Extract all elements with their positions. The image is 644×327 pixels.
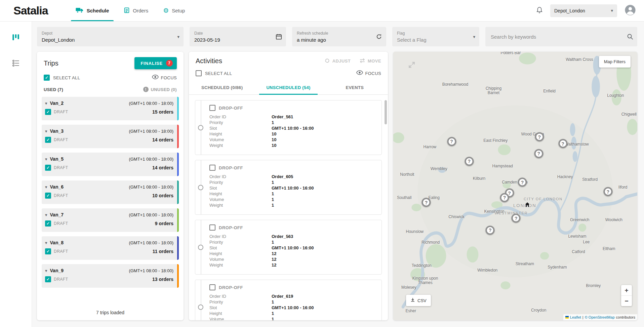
flag-filter[interactable]: Flag Select a Flag ▾	[392, 27, 479, 46]
trip-checkbox[interactable]	[45, 137, 51, 143]
trip-checkbox[interactable]	[45, 220, 51, 227]
refresh-schedule[interactable]: Refresh schedule a minute ago	[292, 27, 386, 46]
refresh-icon[interactable]	[376, 34, 382, 40]
activity-node[interactable]	[198, 185, 203, 190]
map-filters-button[interactable]: Map Filters	[599, 56, 631, 68]
activity-field-value: Order_561	[272, 114, 293, 120]
sidebar-item-trips-board[interactable]	[8, 30, 24, 46]
chevron-down-icon[interactable]: ▾	[45, 241, 47, 245]
activity-card[interactable]: DROP-OFF Order IDOrder_619Priority1SlotG…	[195, 280, 382, 320]
map-place-label: Ilford	[618, 185, 628, 190]
chevron-down-icon: ▾	[611, 8, 613, 13]
activity-node[interactable]	[198, 125, 203, 130]
chevron-down-icon[interactable]: ▾	[45, 213, 47, 217]
activity-node[interactable]	[198, 304, 203, 310]
activity-field-value: 1	[272, 179, 274, 185]
trip-orders-count: 15 orders	[152, 109, 173, 115]
scrollbar-thumb[interactable]	[385, 100, 387, 124]
tab-unscheduled[interactable]: UNSCHEDULED (54)	[255, 80, 321, 94]
osm-link[interactable]: © OpenStreetMap	[585, 315, 615, 319]
map-place-label: Lewisham	[568, 234, 586, 239]
map-question-marker[interactable]: ?	[558, 139, 567, 148]
trip-checkbox[interactable]	[45, 193, 51, 199]
map-question-marker[interactable]: ?	[534, 149, 543, 158]
search-input[interactable]	[490, 34, 626, 40]
sidebar-item-stops-list[interactable]	[8, 56, 24, 71]
date-filter[interactable]: Date 2023-05-19	[190, 27, 286, 46]
map-question-marker[interactable]: ?	[500, 193, 509, 202]
unused-trips[interactable]: ! UNUSED (0)	[143, 87, 177, 92]
leaflet-link[interactable]: Leaflet	[570, 315, 581, 319]
chevron-down-icon[interactable]: ▾	[45, 269, 47, 273]
map-question-marker[interactable]: ?	[535, 132, 544, 141]
notifications-bell-icon[interactable]	[536, 6, 543, 15]
map-question-marker[interactable]: ?	[447, 137, 456, 146]
activity-card[interactable]: DROP-OFF Order IDOrder_605Priority1SlotG…	[195, 160, 382, 215]
activity-checkbox[interactable]	[209, 224, 215, 231]
trip-card[interactable]: ▾ Van_5 (GMT+1 08:00 - 18:00) DRAFT 14 o…	[42, 153, 179, 176]
map-question-marker[interactable]: ?	[603, 187, 612, 196]
finalise-button[interactable]: FINALISE 7	[134, 57, 177, 69]
map-question-marker[interactable]: ?	[422, 198, 431, 207]
map-question-marker[interactable]: ?	[486, 226, 495, 235]
trip-card[interactable]: ▾ Van_9 (GMT+1 08:00 - 18:00) DRAFT 13 o…	[42, 264, 179, 288]
map-place-label: Walthamstow	[565, 142, 589, 147]
fullscreen-expand-icon[interactable]	[406, 59, 417, 71]
depot-filter[interactable]: Depot Depot_London ▾	[37, 27, 184, 46]
map-question-marker[interactable]: ?	[518, 178, 527, 187]
activity-checkbox[interactable]	[209, 165, 215, 171]
unused-trips-label: UNUSED (0)	[151, 87, 177, 92]
activity-card[interactable]: DROP-OFF Order IDOrder_563Priority1SlotG…	[195, 220, 382, 275]
depot-dropdown[interactable]: Depot_London ▾	[550, 4, 617, 17]
trips-focus-label: FOCUS	[161, 75, 177, 80]
csv-export-button[interactable]: CSV	[406, 295, 431, 306]
tab-setup[interactable]: ⚙ Setup	[156, 0, 192, 21]
map-question-marker[interactable]: ?	[512, 214, 521, 223]
activity-checkbox[interactable]	[209, 105, 215, 111]
map-place-label: Catford	[572, 249, 585, 254]
chevron-down-icon[interactable]: ▾	[45, 101, 47, 106]
zoom-in-button[interactable]: +	[621, 285, 632, 296]
trip-checkbox[interactable]	[45, 165, 51, 171]
chevron-down-icon[interactable]: ▾	[45, 157, 47, 161]
tab-events[interactable]: EVENTS	[322, 80, 388, 94]
trip-checkbox[interactable]	[45, 276, 51, 282]
tab-orders[interactable]: Orders	[116, 0, 156, 21]
trip-checkbox[interactable]	[45, 109, 51, 115]
trips-select-all[interactable]: SELECT ALL	[44, 75, 80, 81]
alert-icon: !	[143, 87, 149, 92]
trips-focus-toggle[interactable]: FOCUS	[152, 75, 177, 81]
trips-select-all-checkbox[interactable]	[44, 75, 50, 81]
search-field[interactable]	[485, 27, 637, 46]
tab-scheduled[interactable]: SCHEDULED (0/86)	[189, 80, 255, 94]
move-button[interactable]: MOVE	[359, 58, 381, 64]
map-question-marker[interactable]: ?	[465, 157, 474, 166]
account-avatar[interactable]	[625, 4, 636, 17]
trip-card[interactable]: ▾ Van_2 (GMT+1 08:00 - 18:00) DRAFT 15 o…	[42, 97, 179, 120]
activity-field-value: Order_619	[272, 293, 293, 299]
zoom-out-button[interactable]: −	[621, 296, 632, 306]
activities-focus-toggle[interactable]: FOCUS	[356, 70, 381, 76]
trip-checkbox[interactable]	[45, 248, 51, 254]
depot-home-marker[interactable]	[524, 201, 531, 208]
chevron-down-icon[interactable]: ▾	[45, 129, 47, 133]
activities-select-all-checkbox[interactable]	[196, 70, 202, 76]
activities-select-all[interactable]: SELECT ALL	[196, 70, 232, 76]
map-attribution: Leaflet | © OpenStreetMap contributors	[563, 314, 637, 320]
tab-schedule[interactable]: Schedule	[68, 0, 117, 21]
activity-field-value: 1	[272, 120, 274, 125]
used-trips-label[interactable]: USED (7)	[44, 87, 63, 92]
search-icon[interactable]	[627, 34, 633, 40]
activity-card[interactable]: DROP-OFF Order IDOrder_561Priority1SlotG…	[195, 100, 382, 155]
trip-card[interactable]: ▾ Van_3 (GMT+1 08:00 - 18:00) DRAFT 14 o…	[42, 125, 179, 148]
activity-checkbox[interactable]	[209, 284, 215, 290]
adjust-button[interactable]: ADJUST	[324, 58, 351, 65]
trip-card[interactable]: ▾ Van_6 (GMT+1 08:00 - 18:00) DRAFT 10 o…	[42, 180, 179, 204]
activity-field-value: 1	[272, 191, 274, 197]
activity-node[interactable]	[198, 245, 203, 250]
trip-card[interactable]: ▾ Van_7 (GMT+1 08:00 - 18:00) DRAFT 9 or…	[42, 208, 179, 232]
trip-time-window: (GMT+1 08:00 - 18:00)	[129, 212, 173, 217]
chevron-down-icon[interactable]: ▾	[45, 185, 47, 189]
gear-icon: ⚙	[163, 7, 169, 14]
trip-card[interactable]: ▾ Van_8 (GMT+1 08:00 - 18:00) DRAFT 11 o…	[42, 236, 179, 260]
